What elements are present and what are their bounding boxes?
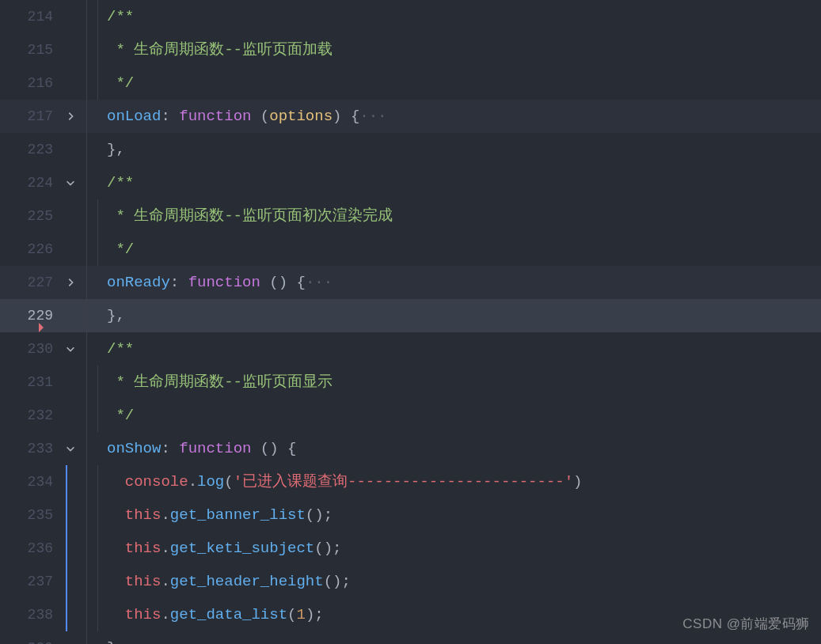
chevron-right-icon[interactable] (63, 275, 78, 290)
fold-gutter[interactable] (61, 33, 83, 66)
line-number[interactable]: 231 (0, 366, 61, 399)
code-content[interactable]: */ (107, 399, 821, 432)
indent-guides (83, 166, 107, 199)
line-number[interactable]: 226 (0, 233, 61, 266)
chevron-down-icon[interactable] (63, 441, 78, 456)
line-number[interactable]: 215 (0, 33, 61, 66)
code-content[interactable]: * 生命周期函数--监听页面显示 (107, 366, 821, 399)
code-content[interactable]: this.get_data_list(1); (107, 598, 821, 631)
code-line[interactable]: 232 */ (0, 399, 821, 432)
indent-guides (83, 233, 107, 266)
indent-guides (83, 631, 107, 644)
indent-guides (83, 565, 107, 598)
indent-guides (83, 366, 107, 399)
code-line[interactable]: 235 this.get_banner_list(); (0, 498, 821, 532)
line-number[interactable]: 229 (0, 299, 61, 332)
code-line[interactable]: 215 * 生命周期函数--监听页面加载 (0, 33, 821, 66)
code-line[interactable]: 225 * 生命周期函数--监听页面初次渲染完成 (0, 199, 821, 233)
line-number[interactable]: 225 (0, 199, 61, 233)
fold-gutter[interactable] (61, 266, 83, 299)
code-editor[interactable]: 214/**215 * 生命周期函数--监听页面加载216 */217onLoa… (0, 0, 821, 644)
line-number[interactable]: 237 (0, 565, 61, 598)
code-content[interactable]: /** (107, 332, 821, 366)
code-line[interactable]: 227onReady: function () {··· (0, 266, 821, 299)
code-line[interactable]: 234 console.log('已进入课题查询----------------… (0, 465, 821, 498)
fold-gutter[interactable] (61, 598, 83, 631)
fold-gutter[interactable] (61, 366, 83, 399)
line-number[interactable]: 224 (0, 166, 61, 199)
indent-guides (83, 498, 107, 532)
line-number[interactable]: 217 (0, 100, 61, 133)
fold-gutter[interactable] (61, 199, 83, 233)
line-number[interactable]: 223 (0, 133, 61, 166)
line-number[interactable]: 216 (0, 66, 61, 100)
chevron-down-icon[interactable] (63, 175, 78, 191)
code-content[interactable]: */ (107, 233, 821, 266)
indent-guides (83, 33, 107, 66)
code-content[interactable]: this.get_header_height(); (107, 565, 821, 598)
code-content[interactable]: this.get_keti_subject(); (107, 532, 821, 565)
code-line[interactable]: 233onShow: function () { (0, 432, 821, 465)
line-number[interactable]: 238 (0, 598, 61, 631)
line-number[interactable]: 235 (0, 498, 61, 532)
fold-gutter[interactable] (61, 66, 83, 100)
fold-gutter[interactable] (61, 0, 83, 33)
fold-gutter[interactable] (61, 399, 83, 432)
line-number[interactable]: 239 (0, 631, 61, 644)
line-number[interactable]: 214 (0, 0, 61, 33)
code-line[interactable]: 238 this.get_data_list(1); (0, 598, 821, 631)
code-content[interactable]: this.get_banner_list(); (107, 498, 821, 532)
line-number[interactable]: 232 (0, 399, 61, 432)
code-line[interactable]: 224/** (0, 166, 821, 199)
code-line[interactable]: 231 * 生命周期函数--监听页面显示 (0, 366, 821, 399)
code-content[interactable]: /** (107, 0, 821, 33)
code-line[interactable]: 223}, (0, 133, 821, 166)
code-line[interactable]: 216 */ (0, 66, 821, 100)
code-line[interactable]: 226 */ (0, 233, 821, 266)
fold-gutter[interactable] (61, 299, 83, 332)
fold-gutter[interactable] (61, 332, 83, 366)
fold-gutter[interactable] (61, 233, 83, 266)
indent-guides (83, 532, 107, 565)
chevron-down-icon[interactable] (63, 341, 78, 357)
code-content[interactable]: * 生命周期函数--监听页面初次渲染完成 (107, 199, 821, 233)
fold-gutter[interactable] (61, 100, 83, 133)
code-content[interactable]: * 生命周期函数--监听页面加载 (107, 33, 821, 66)
line-number[interactable]: 227 (0, 266, 61, 299)
line-number[interactable]: 233 (0, 432, 61, 465)
fold-gutter[interactable] (61, 498, 83, 532)
fold-gutter[interactable] (61, 432, 83, 465)
fold-gutter[interactable] (61, 565, 83, 598)
code-line[interactable]: 230/** (0, 332, 821, 366)
code-line[interactable]: 239}, (0, 631, 821, 644)
code-line[interactable]: 237 this.get_header_height(); (0, 565, 821, 598)
indent-guides (83, 598, 107, 631)
code-content[interactable]: onLoad: function (options) {··· (107, 100, 821, 133)
code-content[interactable]: console.log('已进入课题查询--------------------… (107, 465, 821, 498)
fold-gutter[interactable] (61, 465, 83, 498)
code-line[interactable]: 229}, (0, 299, 821, 332)
indent-guides (83, 100, 107, 133)
indent-guides (83, 432, 107, 465)
code-content[interactable]: }, (107, 631, 821, 644)
line-number[interactable]: 230 (0, 332, 61, 366)
code-content[interactable]: }, (107, 299, 821, 332)
indent-guides (83, 332, 107, 366)
indent-guides (83, 66, 107, 100)
code-line[interactable]: 236 this.get_keti_subject(); (0, 532, 821, 565)
code-content[interactable]: }, (107, 133, 821, 166)
code-line[interactable]: 217onLoad: function (options) {··· (0, 100, 821, 133)
code-content[interactable]: /** (107, 166, 821, 199)
line-number[interactable]: 236 (0, 532, 61, 565)
code-line[interactable]: 214/** (0, 0, 821, 33)
code-content[interactable]: onReady: function () {··· (107, 266, 821, 299)
fold-gutter[interactable] (61, 532, 83, 565)
bookmark-icon (39, 323, 44, 332)
chevron-right-icon[interactable] (63, 108, 78, 124)
code-content[interactable]: onShow: function () { (107, 432, 821, 465)
fold-gutter[interactable] (61, 631, 83, 644)
fold-gutter[interactable] (61, 166, 83, 199)
fold-gutter[interactable] (61, 133, 83, 166)
code-content[interactable]: */ (107, 66, 821, 100)
line-number[interactable]: 234 (0, 465, 61, 498)
